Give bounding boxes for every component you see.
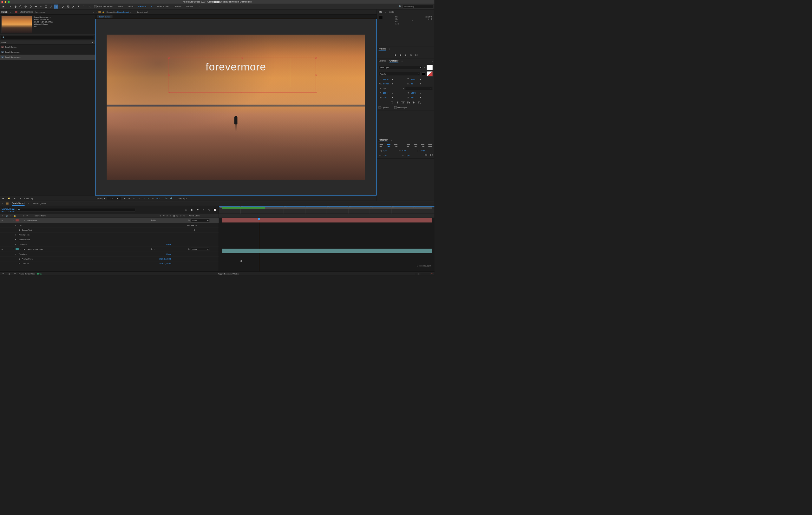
pen-tool[interactable] — [49, 4, 53, 8]
close-window[interactable] — [1, 1, 3, 3]
pickwhip-icon[interactable]: ⊙ — [188, 219, 190, 222]
roto-tool[interactable] — [77, 4, 81, 8]
solo-col-icon[interactable]: ○ — [9, 214, 12, 217]
justify-center-icon[interactable] — [414, 144, 417, 147]
font-size-value[interactable]: 219 px — [383, 78, 392, 80]
home-icon[interactable] — [1, 4, 5, 8]
prev-frame-icon[interactable]: ◀| — [399, 53, 402, 56]
position-property[interactable]: ⏱Position 1920.0,1080.0 — [0, 261, 219, 266]
eraser-tool[interactable] — [71, 4, 76, 8]
first-frame-icon[interactable]: |◀ — [393, 53, 397, 56]
audio-col-icon[interactable]: 🔊 — [5, 214, 8, 217]
timeline-timecode[interactable]: 0;00;08;12 — [2, 207, 15, 211]
zoom-slider[interactable]: ○ — [418, 273, 419, 275]
position-value[interactable]: 1920.0,1080.0 — [159, 262, 171, 264]
vscale-value[interactable]: 100 % — [383, 92, 392, 94]
visibility-toggle[interactable]: ● — [0, 248, 4, 250]
mask-icon[interactable]: ▢ — [132, 197, 136, 200]
minimize-window[interactable] — [4, 1, 6, 3]
char-overflow[interactable]: » — [432, 60, 433, 62]
rotation-tool[interactable] — [29, 4, 33, 8]
text-direction-rtl[interactable]: ▶¶ — [430, 154, 433, 157]
ws-standard[interactable]: Standard — [138, 5, 146, 8]
tl-toggle-icon[interactable]: ⊞ — [1, 271, 5, 276]
folder-icon[interactable]: 📁 — [7, 196, 11, 201]
kerning-value[interactable]: Metrics — [383, 83, 392, 85]
tab-libraries[interactable]: Libraries — [379, 59, 387, 63]
ws-overflow[interactable]: » — [200, 5, 200, 7]
color-mgmt-icon[interactable]: ● — [147, 197, 150, 200]
transparency-icon[interactable]: ▦ — [127, 197, 131, 200]
zoom-mountain-icon[interactable]: 🔺 — [431, 273, 433, 275]
subscript-button[interactable]: T₁ — [417, 101, 421, 105]
graph-editor-icon[interactable]: 📈 — [213, 208, 217, 212]
tl-tab-comp[interactable]: Beach Sunset — [12, 201, 25, 206]
hindi-checkbox[interactable] — [394, 106, 397, 109]
frame-blend-icon[interactable]: ⧉ — [201, 208, 206, 212]
camera-tool[interactable] — [34, 4, 38, 8]
project-item-footage[interactable]: ▶ Beach Sunset.mp4 — [0, 55, 95, 60]
motion-blur-icon[interactable]: ◐ — [207, 208, 211, 212]
tab-audio[interactable]: Audio — [389, 10, 394, 14]
timeline-tracks[interactable] — [219, 218, 434, 271]
ligatures-checkbox[interactable] — [379, 106, 381, 109]
type-tool[interactable] — [54, 4, 58, 8]
tab-project[interactable]: Project — [1, 10, 7, 14]
zoom-tool[interactable] — [19, 4, 23, 8]
play-icon[interactable]: ▶ — [404, 53, 407, 56]
show-snapshot-icon[interactable]: 🔗 — [170, 197, 173, 200]
ws-default[interactable]: Default — [117, 5, 123, 8]
justify-left-icon[interactable] — [407, 144, 410, 147]
trash-icon[interactable]: 🗑 — [30, 196, 35, 201]
parent-select[interactable]: None — [191, 219, 209, 222]
toggle-switches-button[interactable]: Toggle Switches / Modes — [218, 273, 239, 275]
animate-menu-icon[interactable]: ⊙ — [195, 224, 197, 226]
font-family-select[interactable]: Nexa Light▾ — [379, 66, 423, 69]
composition-viewer[interactable]: forevermore — [95, 19, 377, 196]
baseline-value[interactable]: 0 px — [383, 96, 392, 98]
stopwatch-icon[interactable]: ⏱ — [19, 262, 21, 264]
3d-icon[interactable]: ◫ — [137, 197, 140, 200]
twirl-icon[interactable]: ▾ — [13, 248, 16, 250]
align-left-icon[interactable] — [380, 144, 383, 147]
lock-col-icon[interactable]: 🔒 — [13, 214, 17, 217]
indent-first-value[interactable]: 0 px — [402, 149, 411, 151]
lock-icon[interactable]: 🔒 — [102, 11, 104, 13]
tracking-value[interactable]: 25 — [411, 83, 419, 85]
project-search-input[interactable] — [1, 35, 94, 39]
justify-right-icon[interactable] — [421, 144, 425, 147]
space-after-value[interactable]: 0 px — [406, 154, 414, 156]
indent-left-value[interactable]: 0 px — [383, 149, 392, 151]
text-property-group[interactable]: ▾Text Animate: ⊙ — [0, 223, 219, 228]
bpc-button[interactable]: 8 bpc — [24, 197, 29, 199]
auto-open-checkbox[interactable] — [94, 5, 96, 8]
ws-learn[interactable]: Learn — [128, 5, 133, 8]
panel-overflow[interactable]: » — [93, 11, 94, 13]
transform-property[interactable]: ▸Transform Reset — [0, 242, 219, 247]
layer-name[interactable]: Beach Sunset.mp4 — [26, 248, 151, 250]
more-options-property[interactable]: ▸More Options — [0, 237, 219, 242]
layer-label-color[interactable] — [16, 248, 19, 250]
view-icon[interactable]: ▭ — [142, 197, 145, 200]
stroke-width-value[interactable]: - px — [383, 87, 386, 89]
exposure-value[interactable]: +0.0 — [156, 197, 160, 199]
reset-exposure-icon[interactable]: ⟳ — [151, 197, 154, 200]
anchor-value[interactable]: 1920.0,1080.0 — [159, 258, 171, 260]
stroke-style-select[interactable]: ▾ — [405, 87, 433, 90]
clone-tool[interactable] — [66, 4, 70, 8]
layer-name[interactable]: forevermore — [26, 219, 151, 221]
expression-pickwhip[interactable]: ⊙ — [194, 229, 195, 231]
tab-info[interactable]: Info — [379, 10, 382, 14]
snap-icon[interactable] — [88, 4, 93, 8]
last-frame-icon[interactable]: ▶| — [415, 53, 418, 56]
viewer-timecode[interactable]: 0;00;08;12 — [178, 197, 187, 199]
layer-label-color[interactable] — [16, 219, 19, 221]
layer-row-1[interactable]: ● ▾ 1 T forevermore ⚙✱/ ⊙None — [0, 218, 219, 223]
col-source-header[interactable]: Source Name — [35, 215, 46, 217]
bold-button[interactable]: T — [390, 101, 394, 105]
selection-tool[interactable] — [8, 4, 12, 8]
shape-tool[interactable] — [44, 4, 48, 8]
tab-effect-controls[interactable]: Effect Controls — [20, 10, 33, 14]
source-text-property[interactable]: ⏱Source Text ⊙ — [0, 228, 219, 232]
fill-color-swatch[interactable] — [427, 65, 433, 70]
